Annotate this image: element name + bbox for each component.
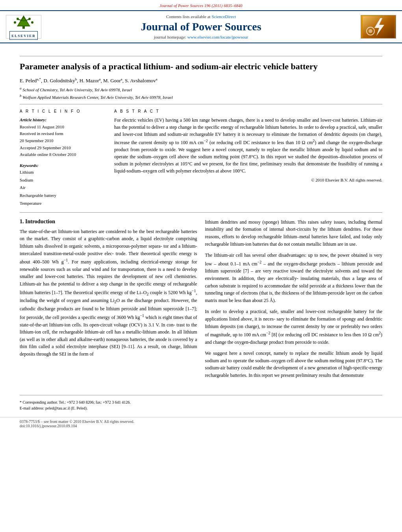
- issn-line: 0378-7753/$ – see front matter © 2010 El…: [20, 419, 382, 424]
- history-label: Article history:: [20, 117, 46, 122]
- email-note: E-mail address: peled@tau.ac.il (E. Pele…: [20, 405, 382, 411]
- elsevier-tree-icon: [10, 14, 37, 30]
- keyword-temperature: Temperature: [20, 200, 106, 208]
- corresponding-author-note: * Corresponding author. Tel.: +972 3 640…: [20, 399, 382, 405]
- journal-logo-icon: [363, 16, 394, 38]
- journal-ref-bar: Journal of Power Sources 196 (2011) 6835…: [0, 0, 402, 11]
- footer-bar: 0378-7753/$ – see front matter © 2010 El…: [0, 417, 402, 430]
- keyword-sodium: Sodium: [20, 176, 106, 184]
- article-content: Parameter analysis of a practical lithiu…: [0, 43, 402, 391]
- article-title: Parameter analysis of a practical lithiu…: [20, 61, 382, 72]
- keyword-air: Air: [20, 184, 106, 192]
- divider-top: [20, 56, 382, 56]
- elsevier-logo: ELSEVIER: [6, 15, 41, 39]
- revised-label: Received in revised form: [20, 130, 106, 137]
- abstract-col: A B S T R A C T For electric vehicles (E…: [114, 109, 382, 208]
- contents-line: Contents lists available at ScienceDirec…: [47, 14, 355, 19]
- sciencedirect-link[interactable]: ScienceDirect: [211, 14, 236, 19]
- body-right-col: lithium dendrites and mossy (sponge) lit…: [205, 219, 383, 383]
- journal-logo-box: [361, 15, 396, 39]
- article-info-col: A R T I C L E I N F O Article history: R…: [20, 109, 106, 208]
- svg-point-5: [17, 18, 19, 20]
- journal-ref-text: Journal of Power Sources 196 (2011) 6835…: [159, 4, 243, 8]
- abstract-text: For electric vehicles (EV) having a 500 …: [114, 117, 382, 174]
- affiliation-a: a School of Chemistry, Tel Aviv Universi…: [20, 86, 382, 92]
- accepted-date: Accepted 29 September 2010: [20, 145, 106, 152]
- revised-date: 20 September 2010: [20, 137, 106, 145]
- elsevier-label: ELSEVIER: [11, 34, 36, 38]
- divider-before-body: [20, 212, 382, 213]
- body-section: 1. Introduction The state-of-the-art lit…: [20, 219, 382, 383]
- footnote-area: * Corresponding author. Tel.: +972 3 640…: [0, 399, 402, 415]
- body-para-3: The lithium-air cell has several other d…: [205, 252, 383, 304]
- intro-number: 1.: [20, 219, 24, 224]
- article-info-heading: A R T I C L E I N F O: [20, 109, 106, 113]
- keywords-section: Keywords: Lithium Sodium Air Rechargeabl…: [20, 162, 106, 208]
- journal-title: Journal of Power Sources: [47, 20, 355, 33]
- page: Journal of Power Sources 196 (2011) 6835…: [0, 0, 402, 532]
- body-para-4: In order to develop a practical, safe, s…: [205, 308, 383, 346]
- svg-point-12: [369, 29, 372, 33]
- body-para-1: The state-of-the-art lithium-ion batteri…: [20, 228, 197, 358]
- affiliation-b: b Wolfson Applied Materials Research Cen…: [20, 94, 382, 100]
- homepage-line: journal homepage: www.elsevier.com/locat…: [47, 35, 355, 39]
- header-content: ELSEVIER Contents lists available at Sci…: [0, 11, 402, 43]
- keyword-lithium: Lithium: [20, 169, 106, 176]
- divider-after-affiliations: [20, 104, 382, 104]
- svg-point-6: [28, 18, 31, 20]
- svg-point-8: [31, 21, 33, 24]
- homepage-url[interactable]: www.elsevier.com/locate/jpowsour: [187, 35, 248, 39]
- received-date: Received 11 August 2010: [20, 124, 106, 131]
- body-left-col: 1. Introduction The state-of-the-art lit…: [20, 219, 197, 383]
- keywords-label: Keywords:: [20, 163, 39, 168]
- footer-divider: [20, 395, 382, 395]
- article-info-abstract-section: A R T I C L E I N F O Article history: R…: [20, 109, 382, 208]
- svg-point-7: [14, 21, 16, 24]
- doi-line[interactable]: doi:10.1016/j.jpowsour.2010.09.104: [20, 424, 382, 428]
- authors-line: E. Peleda,*, D. Golodnitskyb, H. Mazora,…: [20, 77, 382, 84]
- svg-marker-2: [18, 18, 30, 26]
- abstract-heading: A B S T R A C T: [114, 109, 382, 113]
- available-date: Available online 8 October 2010: [20, 151, 106, 158]
- keyword-rechargeable: Rechargeable battery: [20, 192, 106, 200]
- elsevier-name-box: ELSEVIER: [9, 31, 38, 40]
- body-para-5: We suggest here a novel concept, namely …: [205, 350, 383, 379]
- elsevier-graphic: ELSEVIER: [9, 14, 38, 40]
- copyright-line: © 2010 Elsevier B.V. All rights reserved…: [114, 178, 382, 182]
- intro-section-title: 1. Introduction: [20, 219, 197, 225]
- keywords-list: Lithium Sodium Air Rechargeable battery …: [20, 169, 106, 208]
- article-history-block: Article history: Received 11 August 2010…: [20, 117, 106, 158]
- intro-title: Introduction: [25, 219, 55, 224]
- body-para-2: lithium dendrites and mossy (sponge) lit…: [205, 219, 383, 248]
- header-middle: Contents lists available at ScienceDirec…: [47, 14, 355, 39]
